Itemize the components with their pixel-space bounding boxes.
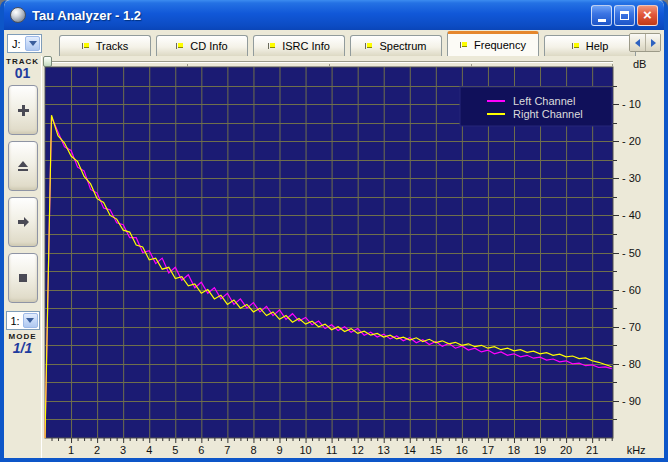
drive-selector[interactable]: J: xyxy=(7,34,42,53)
tab-scroll-buttons xyxy=(629,33,661,52)
chevron-down-icon xyxy=(29,41,37,46)
mode-dropdown-button[interactable] xyxy=(23,313,38,328)
close-button[interactable]: × xyxy=(637,5,658,26)
svg-text:7: 7 xyxy=(224,444,230,456)
svg-text:8: 8 xyxy=(250,444,256,456)
svg-text:1: 1 xyxy=(68,444,74,456)
svg-text:10: 10 xyxy=(299,444,311,456)
tab-label: Tracks xyxy=(96,40,129,52)
tab-scroll-left-button[interactable] xyxy=(630,34,645,51)
flag-icon xyxy=(268,42,276,50)
flag-icon xyxy=(572,42,580,50)
tab-scroll-right-button[interactable] xyxy=(645,34,660,51)
tab-label: Help xyxy=(586,40,609,52)
mode-selector-value: 1: xyxy=(7,315,22,327)
tab-label: Frequency xyxy=(474,39,526,51)
tab-isrc-info[interactable]: ISRC Info xyxy=(253,35,345,56)
svg-text:3: 3 xyxy=(120,444,126,456)
tab-strip: J: Tracks CD Info ISRC Info Spectrum xyxy=(4,30,664,56)
stop-button[interactable] xyxy=(8,253,38,303)
svg-text:13: 13 xyxy=(378,444,390,456)
maximize-icon xyxy=(620,11,629,20)
arrow-right-icon xyxy=(16,215,30,229)
tab-spectrum[interactable]: Spectrum xyxy=(350,35,442,56)
svg-text:- 50: - 50 xyxy=(622,247,641,259)
mode-indicator: MODE 1/1 xyxy=(4,332,41,356)
flag-icon xyxy=(365,42,373,50)
flag-icon xyxy=(460,41,468,49)
svg-text:14: 14 xyxy=(404,444,416,456)
tab-label: Spectrum xyxy=(379,40,426,52)
svg-text:18: 18 xyxy=(508,444,520,456)
drive-dropdown-button[interactable] xyxy=(25,36,40,51)
eject-icon xyxy=(16,159,30,173)
drive-selector-value: J: xyxy=(8,38,24,50)
tabs: Tracks CD Info ISRC Info Spectrum Freque… xyxy=(59,31,636,56)
x-axis: 123456789101112131415161718192021kHz xyxy=(52,438,646,456)
y-axis: - 10- 20- 30- 40- 50- 60- 70- 80- 90dB xyxy=(613,58,646,420)
svg-text:6: 6 xyxy=(198,444,204,456)
chevron-down-icon xyxy=(26,318,34,323)
minimize-icon xyxy=(598,19,606,22)
y-axis-unit: dB xyxy=(633,58,646,70)
slider-tick xyxy=(187,64,188,67)
tab-help[interactable]: Help xyxy=(544,35,636,56)
track-indicator: TRACK 01 xyxy=(4,57,41,81)
svg-text:- 30: - 30 xyxy=(622,172,641,184)
sidebar: TRACK 01 1: MODE 1/1 xyxy=(4,56,42,458)
tab-tracks[interactable]: Tracks xyxy=(59,35,151,56)
slider-tick xyxy=(471,64,472,67)
add-button[interactable] xyxy=(8,85,38,135)
tab-frequency[interactable]: Frequency xyxy=(447,31,539,56)
svg-text:- 40: - 40 xyxy=(622,209,641,221)
plus-icon xyxy=(16,103,30,117)
svg-text:- 20: - 20 xyxy=(622,135,641,147)
mode-value: 1/1 xyxy=(4,341,41,356)
position-slider-thumb[interactable] xyxy=(43,56,52,67)
tab-label: CD Info xyxy=(190,40,227,52)
chevron-right-icon xyxy=(651,39,656,47)
svg-text:16: 16 xyxy=(456,444,468,456)
svg-text:15: 15 xyxy=(430,444,442,456)
main-area: TRACK 01 1: MODE 1/1 xyxy=(4,56,664,458)
svg-text:- 70: - 70 xyxy=(622,321,641,333)
svg-text:4: 4 xyxy=(146,444,152,456)
chevron-left-icon xyxy=(635,39,640,47)
svg-text:11: 11 xyxy=(326,444,337,456)
slider-tick xyxy=(329,64,330,67)
track-number: 01 xyxy=(4,66,41,81)
frequency-chart: 123456789101112131415161718192021kHz- 10… xyxy=(42,56,664,462)
legend-label: Right Channel xyxy=(513,108,583,120)
legend-label: Left Channel xyxy=(513,95,575,107)
eject-button[interactable] xyxy=(8,141,38,191)
svg-text:- 60: - 60 xyxy=(622,284,641,296)
maximize-button[interactable] xyxy=(614,5,635,26)
tab-label: ISRC Info xyxy=(282,40,330,52)
slider-tick xyxy=(612,64,613,67)
legend: Left ChannelRight Channel xyxy=(460,87,612,126)
svg-text:20: 20 xyxy=(560,444,572,456)
app-sphere-icon xyxy=(10,7,26,23)
svg-text:- 80: - 80 xyxy=(622,358,641,370)
svg-text:2: 2 xyxy=(94,444,100,456)
minimize-button[interactable] xyxy=(591,5,612,26)
mode-selector[interactable]: 1: xyxy=(6,311,40,330)
position-slider[interactable] xyxy=(45,61,613,63)
frequency-chart-svg: 123456789101112131415161718192021kHz- 10… xyxy=(42,56,664,458)
app-window: Tau Analyzer - 1.2 × J: Tracks CD Info I… xyxy=(0,0,668,462)
next-button[interactable] xyxy=(8,197,38,247)
frequency-panel: 123456789101112131415161718192021kHz- 10… xyxy=(42,56,664,458)
svg-text:17: 17 xyxy=(482,444,494,456)
svg-text:- 10: - 10 xyxy=(622,98,641,110)
flag-icon xyxy=(176,42,184,50)
titlebar[interactable]: Tau Analyzer - 1.2 × xyxy=(4,0,664,30)
window-title: Tau Analyzer - 1.2 xyxy=(32,8,589,23)
svg-text:9: 9 xyxy=(276,444,282,456)
stop-icon xyxy=(16,271,30,285)
svg-text:19: 19 xyxy=(534,444,546,456)
svg-text:12: 12 xyxy=(352,444,364,456)
svg-text:21: 21 xyxy=(586,444,598,456)
tab-cd-info[interactable]: CD Info xyxy=(156,35,248,56)
close-icon: × xyxy=(643,7,652,22)
x-axis-unit: kHz xyxy=(627,444,646,456)
